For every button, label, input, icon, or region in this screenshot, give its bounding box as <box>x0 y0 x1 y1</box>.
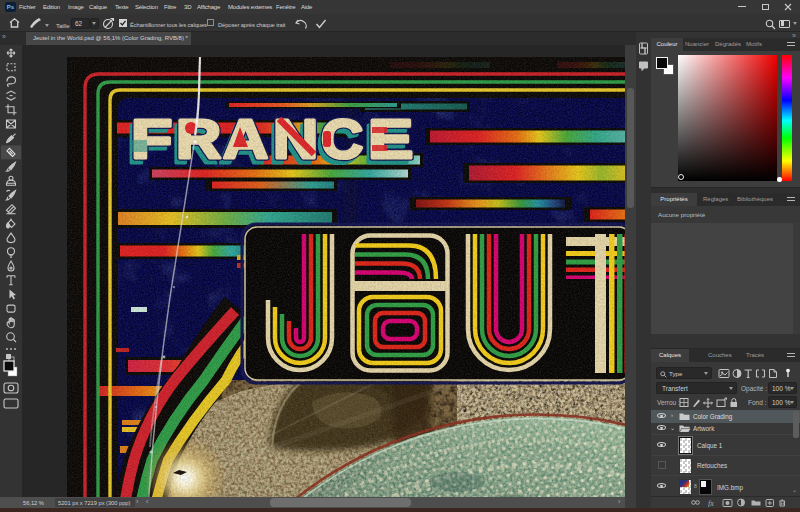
svg-text:fx: fx <box>708 499 714 508</box>
